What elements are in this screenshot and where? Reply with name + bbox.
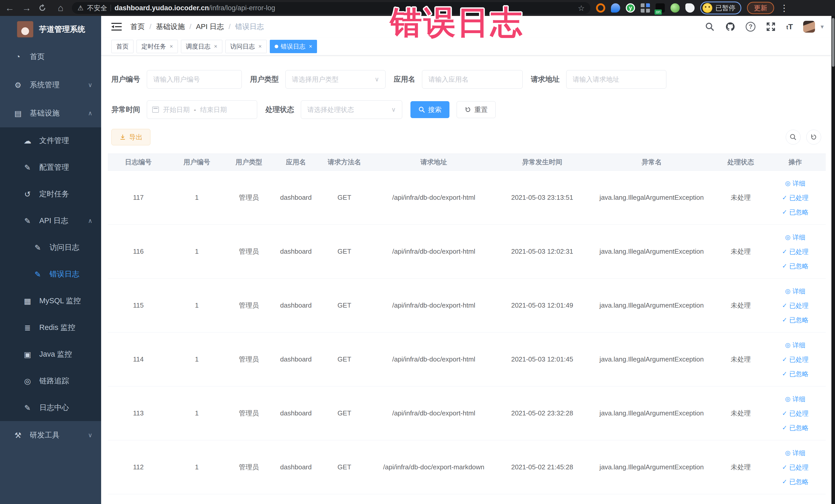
refresh-button[interactable] <box>806 130 821 144</box>
row-action-ignored[interactable]: ✓已忽略 <box>765 313 826 327</box>
help-icon[interactable]: ? <box>746 22 755 32</box>
row-action-detail[interactable]: ◎详细 <box>765 338 826 352</box>
export-button[interactable]: 导出 <box>111 129 150 145</box>
sidebar-item-api-log[interactable]: ✎ API 日志 ∧ <box>0 207 101 234</box>
font-size-icon[interactable]: tT <box>786 22 793 31</box>
row-action-processed[interactable]: ✓已处理 <box>765 406 826 421</box>
request-url-input[interactable] <box>566 70 666 88</box>
extension-icon-blue-drop[interactable] <box>611 3 620 13</box>
sidebar-item-config-manage[interactable]: ✎ 配置管理 <box>0 154 101 181</box>
cell-actions: ◎详细✓已处理✓已忽略 <box>765 386 826 440</box>
sidebar-item-error-log[interactable]: ✎ 错误日志 <box>0 261 101 287</box>
fullscreen-icon[interactable] <box>766 22 776 32</box>
extension-icon-orange[interactable] <box>596 3 605 13</box>
date-range-picker[interactable]: 开始日期 - 结束日期 <box>147 100 257 119</box>
sidebar-item-file-manage[interactable]: ☁ 文件管理 <box>0 127 101 154</box>
sidebar-item-redis-monitor[interactable]: ≣ Redis 监控 <box>0 314 101 341</box>
sidebar-item-access-log[interactable]: ✎ 访问日志 <box>0 234 101 261</box>
tag-error-log[interactable]: 错误日志× <box>270 40 317 53</box>
check-icon: ✓ <box>782 205 787 219</box>
col-header-status: 处理状态 <box>717 154 765 171</box>
cell-status: 未处理 <box>717 171 765 225</box>
row-action-detail[interactable]: ◎详细 <box>765 176 826 190</box>
sidebar-item-system[interactable]: ⚙ 系统管理 ∨ <box>0 71 101 99</box>
profile-chip[interactable]: 已暂停 <box>700 2 741 14</box>
toggle-search-button[interactable] <box>786 130 801 144</box>
sidebar-item-infra[interactable]: ▤ 基础设施 ∧ <box>0 99 101 127</box>
not-secure-label[interactable]: 不安全 <box>87 4 107 13</box>
extension-icon-leaf[interactable] <box>670 3 680 13</box>
app-name-input[interactable] <box>422 70 523 88</box>
tag-access-log[interactable]: 访问日志× <box>225 40 267 53</box>
sidebar-item-dev-tools[interactable]: ⚒ 研发工具 ∨ <box>0 421 101 449</box>
status-select[interactable]: 请选择处理状态 ∨ <box>301 100 402 119</box>
search-button[interactable]: 搜索 <box>410 101 449 118</box>
check-icon: ✓ <box>782 475 787 489</box>
sidebar-item-trace[interactable]: ◎ 链路追踪 <box>0 368 101 395</box>
extension-icon-switch[interactable]: on <box>656 3 665 13</box>
sidebar-item-java-monitor[interactable]: ▣ Java 监控 <box>0 341 101 368</box>
close-icon[interactable]: × <box>170 43 173 50</box>
forward-icon[interactable]: → <box>21 3 32 13</box>
extension-icon-grid[interactable] <box>641 3 650 13</box>
close-icon[interactable]: × <box>309 43 312 50</box>
breadcrumb-home[interactable]: 首页 <box>130 22 145 32</box>
user-avatar[interactable] <box>803 21 815 33</box>
sidebar-item-scheduled-jobs[interactable]: ↺ 定时任务 <box>0 181 101 207</box>
extension-icon-green-y[interactable]: y <box>626 3 635 13</box>
row-action-ignored[interactable]: ✓已忽略 <box>765 259 826 273</box>
row-action-processed[interactable]: ✓已处理 <box>765 244 826 259</box>
row-action-ignored[interactable]: ✓已忽略 <box>765 367 826 381</box>
caret-down-icon[interactable]: ▾ <box>821 23 824 30</box>
home-icon[interactable]: ⌂ <box>55 3 66 13</box>
browser-menu-icon[interactable]: ⋮ <box>780 3 789 13</box>
sidebar-collapse-icon[interactable] <box>111 22 122 31</box>
cell-url: /api/infra/db-doc/export-html <box>370 279 498 332</box>
extensions-puzzle-icon[interactable] <box>685 3 695 13</box>
error-log-table: 日志编号用户编号用户类型应用名请求方法名请求地址异常发生时间异常名处理状态操作 … <box>108 154 826 494</box>
reload-icon[interactable] <box>38 4 49 12</box>
row-action-label: 已忽略 <box>789 421 809 435</box>
close-icon[interactable]: × <box>214 43 218 50</box>
row-action-label: 详细 <box>793 230 806 244</box>
row-action-ignored[interactable]: ✓已忽略 <box>765 475 826 489</box>
user-id-input[interactable] <box>147 70 242 88</box>
close-icon[interactable]: × <box>259 43 262 50</box>
page-scrollbar[interactable] <box>831 16 835 504</box>
row-action-ignored[interactable]: ✓已忽略 <box>765 205 826 219</box>
row-action-detail[interactable]: ◎详细 <box>765 230 826 244</box>
sidebar-item-mysql-monitor[interactable]: ▦ MySQL 监控 <box>0 287 101 314</box>
bookmark-star-icon[interactable]: ☆ <box>578 4 585 13</box>
row-action-processed[interactable]: ✓已处理 <box>765 460 826 475</box>
row-action-detail[interactable]: ◎详细 <box>765 284 826 298</box>
search-icon[interactable] <box>705 22 715 32</box>
row-action-detail[interactable]: ◎详细 <box>765 446 826 460</box>
url-text[interactable]: dashboard.yudao.iocoder.cn/infra/log/api… <box>115 4 275 12</box>
row-action-ignored[interactable]: ✓已忽略 <box>765 421 826 435</box>
back-icon[interactable]: ← <box>4 3 15 13</box>
user-id-label: 用户编号 <box>111 75 140 84</box>
breadcrumb-api-log[interactable]: API 日志 <box>196 22 224 32</box>
select-placeholder: 请选择处理状态 <box>307 105 354 114</box>
sidebar-item-log-center[interactable]: ✎ 日志中心 <box>0 395 101 421</box>
scrollbar-thumb[interactable] <box>832 18 834 67</box>
app-logo-row[interactable]: 芋道管理系统 <box>0 16 101 43</box>
row-action-processed[interactable]: ✓已处理 <box>765 298 826 313</box>
tag-home[interactable]: 首页 <box>111 40 134 53</box>
eye-icon: ◎ <box>785 284 791 298</box>
tag-scheduled-jobs[interactable]: 定时任务× <box>137 40 178 53</box>
github-icon[interactable] <box>725 22 735 32</box>
address-bar[interactable]: ⚠ 不安全 dashboard.yudao.iocoder.cn/infra/l… <box>72 2 590 14</box>
col-header-logId: 日志编号 <box>108 154 169 171</box>
reset-button[interactable]: 重置 <box>457 101 496 118</box>
tag-schedule-log[interactable]: 调度日志× <box>181 40 222 53</box>
row-action-detail[interactable]: ◎详细 <box>765 392 826 406</box>
user-type-select[interactable]: 请选择用户类型 ∨ <box>285 70 386 88</box>
tag-label: 首页 <box>116 42 128 51</box>
browser-update-button[interactable]: 更新 <box>747 2 774 14</box>
breadcrumb-infra[interactable]: 基础设施 <box>156 22 185 32</box>
row-action-processed[interactable]: ✓已处理 <box>765 352 826 367</box>
col-header-time: 异常发生时间 <box>498 154 587 171</box>
row-action-processed[interactable]: ✓已处理 <box>765 190 826 205</box>
sidebar-item-home[interactable]: ◔ 首页 <box>0 43 101 71</box>
